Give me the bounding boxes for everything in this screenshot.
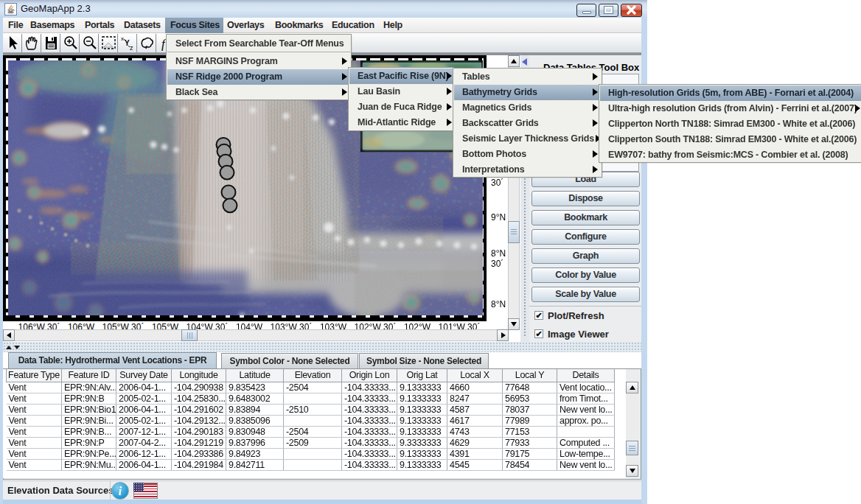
svg-text:x: x xyxy=(121,35,124,42)
svg-text:z: z xyxy=(130,44,133,52)
